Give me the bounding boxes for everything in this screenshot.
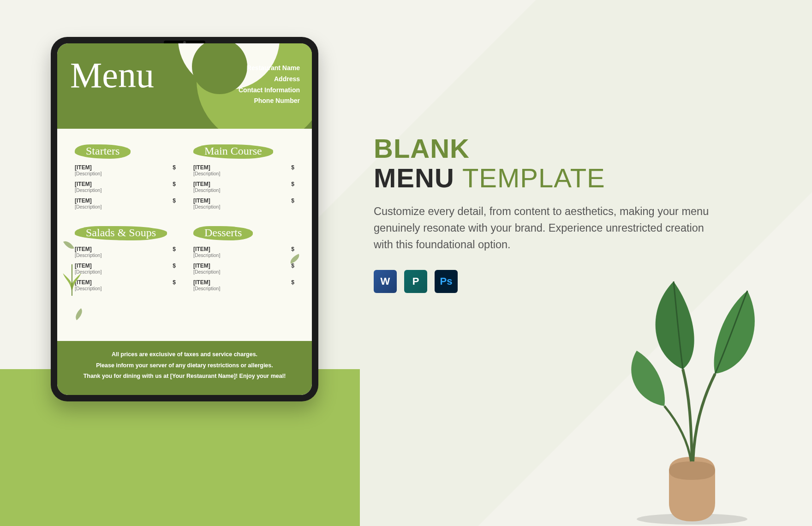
list-item: [ITEM]$ [Description] — [193, 181, 294, 193]
section-starters: Starters [ITEM]$ [Description] [ITEM]$ [… — [75, 144, 176, 214]
photoshop-icon: Ps — [435, 270, 458, 293]
item-desc: [Description] — [75, 204, 176, 209]
list-item: [ITEM]$ [Description] — [75, 263, 176, 275]
section-main-course: Main Course [ITEM]$ [Description] [ITEM]… — [193, 144, 294, 214]
list-item: [ITEM]$ [Description] — [193, 164, 294, 176]
promo-title-menu: MENU — [374, 163, 454, 193]
footer-line: Thank you for dining with us at [Your Re… — [65, 371, 304, 382]
item-price: $ — [173, 263, 176, 269]
item-desc: [Description] — [75, 171, 176, 176]
item-name: [ITEM] — [193, 164, 210, 171]
section-title: Main Course — [193, 144, 273, 159]
meta-address: Address — [239, 74, 300, 85]
section-title: Desserts — [193, 226, 253, 240]
list-item: [ITEM]$ [Description] — [193, 246, 294, 258]
tablet-mockup: Menu Restaurant Name Address Contact Inf… — [51, 37, 318, 401]
potted-plant-icon — [595, 277, 770, 526]
item-name: [ITEM] — [75, 246, 92, 252]
tablet-screen: Menu Restaurant Name Address Contact Inf… — [57, 43, 312, 395]
item-price: $ — [173, 164, 176, 171]
item-price: $ — [173, 246, 176, 252]
promo-panel: BLANK MENU TEMPLATE Customize every deta… — [374, 134, 724, 293]
promo-description: Customize every detail, from content to … — [374, 203, 724, 253]
item-name: [ITEM] — [75, 164, 92, 171]
plant-sprig-icon — [60, 260, 84, 296]
menu-header: Menu Restaurant Name Address Contact Inf… — [57, 43, 312, 129]
item-desc: [Description] — [193, 204, 294, 209]
list-item: [ITEM]$ [Description] — [75, 181, 176, 193]
footer-line: Please inform your server of any dietary… — [65, 360, 304, 371]
leaf-icon — [72, 308, 85, 320]
item-desc: [Description] — [193, 269, 294, 275]
item-price: $ — [173, 279, 176, 286]
leaf-icon — [63, 239, 74, 251]
list-item: [ITEM]$ [Description] — [75, 246, 176, 258]
item-price: $ — [291, 181, 294, 187]
item-price: $ — [291, 246, 294, 252]
section-title: Salads & Soups — [75, 226, 167, 240]
item-desc: [Description] — [193, 171, 294, 176]
word-icon: W — [374, 270, 397, 293]
menu-meta: Restaurant Name Address Contact Informat… — [239, 63, 300, 107]
promo-title-template: TEMPLATE — [462, 163, 605, 193]
list-item: [ITEM]$ [Description] — [75, 164, 176, 176]
section-salads-soups: Salads & Soups [ITEM]$ [Description] [IT… — [75, 226, 176, 296]
list-item: [ITEM]$ [Description] — [193, 263, 294, 275]
item-price: $ — [291, 197, 294, 204]
item-desc: [Description] — [75, 252, 176, 258]
meta-name: Restaurant Name — [239, 63, 300, 74]
item-price: $ — [173, 197, 176, 204]
footer-line: All prices are exclusive of taxes and se… — [65, 349, 304, 360]
list-item: [ITEM]$ [Description] — [75, 197, 176, 209]
item-name: [ITEM] — [193, 279, 210, 286]
meta-phone: Phone Number — [239, 96, 300, 107]
item-name: [ITEM] — [193, 263, 210, 269]
meta-contact: Contact Information — [239, 85, 300, 96]
item-name: [ITEM] — [193, 181, 210, 187]
item-name: [ITEM] — [75, 197, 92, 204]
item-name: [ITEM] — [193, 197, 210, 204]
item-desc: [Description] — [75, 187, 176, 193]
item-price: $ — [291, 263, 294, 269]
list-item: [ITEM]$ [Description] — [193, 279, 294, 291]
menu-footer: All prices are exclusive of taxes and se… — [57, 341, 312, 395]
item-desc: [Description] — [193, 286, 294, 291]
item-price: $ — [291, 164, 294, 171]
item-desc: [Description] — [193, 187, 294, 193]
item-price: $ — [173, 181, 176, 187]
item-desc: [Description] — [193, 252, 294, 258]
promo-title-line2: MENU TEMPLATE — [374, 163, 724, 193]
list-item: [ITEM]$ [Description] — [193, 197, 294, 209]
publisher-icon: P — [404, 270, 427, 293]
item-desc: [Description] — [75, 286, 176, 291]
list-item: [ITEM]$ [Description] — [75, 279, 176, 291]
item-price: $ — [291, 279, 294, 286]
item-name: [ITEM] — [193, 246, 210, 252]
item-desc: [Description] — [75, 269, 176, 275]
menu-body: Starters [ITEM]$ [Description] [ITEM]$ [… — [57, 129, 312, 341]
section-desserts: Desserts [ITEM]$ [Description] [ITEM]$ [… — [193, 226, 294, 296]
promo-title-line1: BLANK — [374, 134, 724, 163]
section-title: Starters — [75, 144, 131, 159]
item-name: [ITEM] — [75, 181, 92, 187]
